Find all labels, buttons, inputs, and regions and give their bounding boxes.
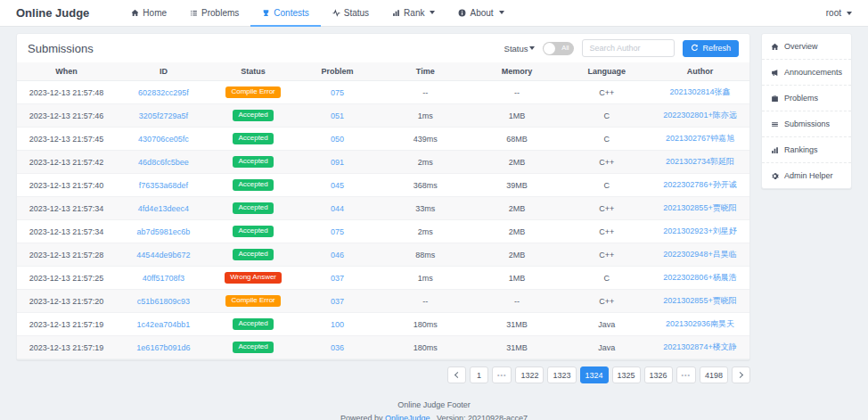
cell-when: 2023-12-13 21:57:42: [17, 151, 116, 174]
content-area: Submissions Status All R: [0, 27, 868, 420]
nav-item-about[interactable]: About: [446, 0, 515, 27]
column-header-problem: Problem: [295, 62, 380, 81]
cell-time: 1ms: [380, 104, 471, 128]
cell-status: Wrong Answer: [211, 267, 296, 290]
mine-all-toggle[interactable]: All: [543, 42, 574, 55]
author-link[interactable]: 2021302734郭延阳: [666, 157, 734, 166]
cell-author: 2021302855+贾晓阳: [651, 197, 749, 220]
search-author-input[interactable]: [582, 39, 675, 57]
problem-link[interactable]: 037: [331, 297, 344, 306]
problem-link[interactable]: 044: [331, 204, 344, 213]
id-link[interactable]: 44544de9b672: [136, 251, 190, 259]
id-link[interactable]: ab7d5981ec6b: [137, 227, 191, 236]
pagination-page-1[interactable]: 1: [470, 366, 488, 383]
cell-problem: 037: [295, 267, 380, 290]
nav-item-home[interactable]: Home: [119, 0, 178, 27]
nav-item-problems[interactable]: Problems: [178, 0, 250, 27]
cell-language: C: [562, 104, 651, 128]
sidebar-item-announcements[interactable]: Announcements: [762, 60, 851, 86]
cell-id: f76353a68def: [116, 174, 211, 197]
author-link[interactable]: 2021302855+贾晓阳: [663, 203, 736, 212]
cell-language: C++: [562, 220, 651, 243]
status-filter-dropdown[interactable]: Status: [504, 44, 536, 54]
id-link[interactable]: f76353a68def: [139, 181, 188, 190]
refresh-button[interactable]: Refresh: [683, 40, 739, 57]
author-link[interactable]: 2021302767钟嘉旭: [666, 134, 734, 143]
footer-onlinejudge-link[interactable]: OnlineJudge: [385, 414, 430, 420]
pagination-ellipsis[interactable]: •••: [676, 366, 696, 383]
problem-link[interactable]: 075: [331, 88, 344, 97]
id-link[interactable]: c51b61809c93: [137, 297, 190, 306]
table-row: 2023-12-13 21:57:191e6167b091d6Accepted0…: [17, 336, 749, 359]
sidebar-item-submissions[interactable]: Submissions: [762, 111, 851, 137]
table-row: 2023-12-13 21:57:2844544de9b672Accepted0…: [17, 243, 749, 267]
author-link[interactable]: 2021302814张鑫: [669, 87, 730, 96]
problem-link[interactable]: 051: [331, 111, 344, 120]
app-logo[interactable]: Online Judge: [16, 0, 89, 26]
status-badge: Accepted: [233, 342, 273, 353]
pagination: 1•••13221323132413251326•••4198: [16, 366, 750, 383]
cell-language: C++: [562, 290, 651, 313]
nav-item-contests[interactable]: Contests: [250, 0, 320, 27]
problem-link[interactable]: 050: [331, 135, 344, 144]
author-link[interactable]: 2021302936南昊天: [666, 319, 734, 328]
cell-memory: 1MB: [471, 267, 563, 290]
id-link[interactable]: 602832cc295f: [138, 88, 189, 97]
author-link[interactable]: 2022302806+杨晨浩: [663, 273, 736, 282]
author-link[interactable]: 2021302855+贾晓阳: [663, 296, 736, 305]
nav-item-status[interactable]: Status: [321, 0, 381, 27]
problem-link[interactable]: 075: [331, 227, 344, 236]
pagination-page-1322[interactable]: 1322: [515, 366, 544, 383]
pagination-next-button[interactable]: [732, 366, 750, 383]
sidebar-item-rankings[interactable]: Rankings: [762, 137, 851, 163]
cell-time: 2ms: [380, 220, 471, 243]
pagination-page-1323[interactable]: 1323: [547, 366, 576, 383]
author-link[interactable]: 2021302874+楼文静: [663, 342, 736, 351]
page-footer: Online Judge Footer Powered by OnlineJud…: [16, 399, 852, 420]
cell-when: 2023-12-13 21:57:40: [17, 174, 116, 197]
pagination-page-1324[interactable]: 1324: [580, 366, 609, 383]
problem-link[interactable]: 037: [331, 274, 344, 283]
problem-link[interactable]: 046: [331, 251, 344, 259]
cell-language: C++: [562, 243, 651, 267]
pagination-page-1326[interactable]: 1326: [644, 366, 673, 383]
column-header-time: Time: [380, 62, 471, 81]
problem-link[interactable]: 036: [331, 343, 344, 352]
pagination-page-1325[interactable]: 1325: [612, 366, 641, 383]
author-link[interactable]: 2021302923+刘星妤: [663, 226, 736, 235]
id-link[interactable]: 40ff51708f3: [143, 274, 184, 283]
pagination-page-4198[interactable]: 4198: [700, 366, 728, 383]
bar-chart-icon: [392, 9, 400, 17]
cell-id: 1e6167b091d6: [116, 336, 211, 359]
table-row: 2023-12-13 21:57:40f76353a68defAccepted0…: [17, 174, 749, 197]
sidebar-item-admin-helper[interactable]: Admin Helper: [762, 163, 851, 188]
pagination-prev-button[interactable]: [447, 366, 466, 383]
sidebar-item-overview[interactable]: Overview: [762, 34, 851, 60]
id-link[interactable]: 1e6167b091d6: [136, 343, 190, 352]
cell-status: Accepted: [211, 128, 296, 151]
problem-link[interactable]: 091: [331, 158, 344, 167]
sidebar-item-problems[interactable]: Problems: [762, 86, 851, 111]
problem-link[interactable]: 100: [331, 320, 344, 329]
author-link[interactable]: 2022302786+孙开诚: [663, 180, 736, 189]
id-link[interactable]: 4fd4e13deec4: [138, 204, 189, 213]
id-link[interactable]: 1c42ea704bb1: [137, 320, 191, 329]
author-link[interactable]: 2022302801+陈亦远: [663, 111, 736, 119]
nav-item-rank[interactable]: Rank: [381, 0, 446, 27]
id-link[interactable]: 3205f2729a5f: [139, 111, 188, 120]
problem-link[interactable]: 045: [331, 181, 344, 190]
cell-time: --: [380, 81, 471, 104]
cell-language: C: [562, 267, 651, 290]
column-header-when: When: [17, 62, 116, 81]
cell-memory: 39MB: [471, 174, 563, 197]
top-navbar: Online Judge Home Problems Contests Stat…: [0, 0, 868, 27]
cell-language: C++: [562, 151, 651, 174]
author-link[interactable]: 2022302948+吕昊临: [663, 250, 736, 259]
list-bullets-icon: [190, 9, 198, 17]
pagination-ellipsis[interactable]: •••: [492, 366, 512, 383]
cell-memory: 1MB: [471, 104, 563, 128]
cell-id: 4fd4e13deec4: [116, 197, 211, 220]
user-menu[interactable]: root: [826, 0, 852, 26]
id-link[interactable]: 46d8c6fc5bee: [138, 158, 189, 167]
id-link[interactable]: 430706ce05fc: [138, 135, 189, 144]
